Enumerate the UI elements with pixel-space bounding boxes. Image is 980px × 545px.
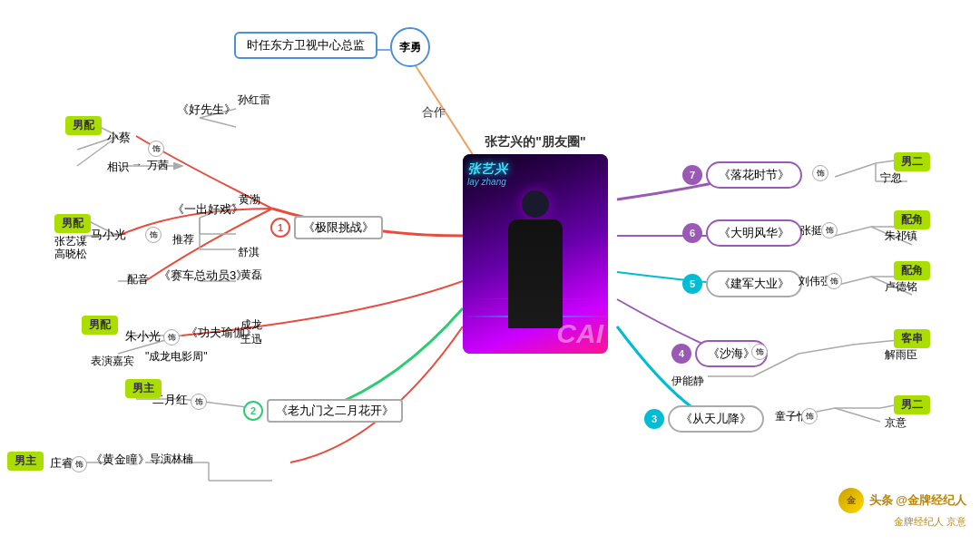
zhu-qizhen: 朱祁镇 bbox=[885, 229, 917, 244]
work-3-node: 3 《从天儿降》 bbox=[644, 405, 764, 433]
gold-medal-icon: 金 bbox=[838, 488, 864, 513]
number-6: 6 bbox=[682, 223, 702, 243]
work-5-node: 5 《建军大业》 bbox=[682, 270, 802, 297]
work-1-label: 《极限挑战》 bbox=[294, 216, 383, 239]
work-6-label: 《大明风华》 bbox=[706, 219, 802, 247]
work-3-role-tag: 男二 bbox=[894, 395, 930, 414]
act-circle-1: 饰 bbox=[148, 141, 164, 157]
act-circle-7: 饰 bbox=[812, 165, 828, 181]
xiao-cai-tag: 男配 bbox=[65, 116, 102, 135]
ning-hu: 宁忽 bbox=[880, 170, 902, 186]
number-7: 7 bbox=[682, 165, 702, 185]
svg-line-42 bbox=[835, 408, 880, 422]
svg-line-35 bbox=[799, 345, 853, 354]
performer-label: 表演嘉宾 bbox=[91, 354, 134, 369]
recommend-label: 推荐 bbox=[172, 232, 194, 248]
director-lin: 导演林楠 bbox=[150, 452, 193, 467]
acquaintance-label: 相识 bbox=[107, 160, 129, 175]
arrow-right: → bbox=[132, 158, 142, 170]
act-circle-2: 饰 bbox=[145, 227, 162, 243]
act-circle-erh: 饰 bbox=[191, 394, 207, 410]
center-image: 张艺兴 lay zhang CAI bbox=[463, 154, 608, 354]
li-yong-node: 李勇 bbox=[390, 27, 430, 67]
top-role-label: 时任东方卫视中心总监 bbox=[247, 38, 365, 52]
zhuang-tag: 男主 bbox=[7, 452, 44, 471]
lu-deming: 卢德铭 bbox=[885, 279, 917, 295]
work-racing: 《赛车总动员3》 bbox=[159, 268, 248, 284]
wan-xi: 万茜 bbox=[147, 158, 169, 173]
work-yichu: 《一出好戏》 bbox=[172, 201, 243, 218]
work-5-role-tag: 配角 bbox=[894, 261, 930, 280]
watermark-sub: 金牌经纪人 京意 bbox=[894, 515, 966, 529]
li-yong-circle: 李勇 bbox=[390, 27, 430, 67]
watermark-area: 金 头条 @金牌经纪人 金牌经纪人 京意 bbox=[838, 488, 966, 529]
work-2-node: 2 《老九门之二月花开》 bbox=[243, 399, 403, 423]
yi-nengjing: 伊能静 bbox=[671, 374, 704, 389]
ma-xiaoguang: 马小光 bbox=[91, 227, 126, 243]
work-3-label: 《从天儿降》 bbox=[668, 405, 764, 433]
image-overlay-text: 张艺兴 bbox=[467, 161, 508, 178]
jing-yi-3: 京意 bbox=[885, 415, 906, 431]
work-6-node: 6 《大明风华》 bbox=[682, 219, 802, 247]
act-circle-3: 饰 bbox=[801, 408, 818, 424]
li-yong-label: 李勇 bbox=[399, 40, 421, 55]
number-4: 4 bbox=[671, 344, 691, 364]
watermark-main: 头条 @金牌经纪人 bbox=[869, 492, 966, 509]
act-circle-zhu: 饰 bbox=[163, 329, 180, 345]
cai-watermark: CAI bbox=[556, 318, 603, 349]
work-7-label: 《落花时节》 bbox=[706, 161, 802, 189]
zhu-xiaoguang: 朱小光 bbox=[125, 328, 161, 345]
huang-lei: 黄磊 bbox=[240, 268, 262, 283]
xie-yuchen: 解雨臣 bbox=[885, 347, 917, 363]
number-1: 1 bbox=[270, 218, 290, 238]
mind-map: 李勇 时任东方卫视中心总监 合作 张艺兴 lay zhang CAI 张 bbox=[0, 0, 980, 545]
wang-xun: 王迅 bbox=[240, 332, 262, 347]
work-1-node: 1 《极限挑战》 bbox=[270, 216, 383, 239]
shu-qi: 舒淇 bbox=[238, 245, 260, 260]
collaboration-label: 合作 bbox=[422, 104, 446, 121]
work-huangjin: 《黄金瞳》 bbox=[91, 452, 150, 468]
act-circle-zhuang: 饰 bbox=[71, 456, 87, 472]
svg-line-25 bbox=[835, 163, 876, 177]
act-circle-6: 饰 bbox=[821, 222, 838, 238]
cheng-long: 成龙 bbox=[240, 317, 262, 333]
work-4-role-tag: 客串 bbox=[894, 329, 930, 348]
movie-week: "成龙电影周" bbox=[145, 349, 208, 365]
number-5: 5 bbox=[682, 274, 702, 294]
svg-line-29 bbox=[835, 227, 871, 236]
ma-tag: 男配 bbox=[54, 214, 91, 233]
zhu-tag: 男配 bbox=[82, 316, 118, 335]
number-2: 2 bbox=[243, 401, 263, 421]
svg-line-6 bbox=[200, 118, 236, 127]
number-3: 3 bbox=[644, 409, 664, 429]
act-circle-4: 饰 bbox=[751, 344, 768, 360]
huang-bo: 黄渤 bbox=[239, 192, 260, 208]
gao-xiaosong: 高晓松 bbox=[54, 247, 87, 262]
work-haoxiansheng: 《好先生》 bbox=[177, 102, 236, 118]
work-5-label: 《建军大业》 bbox=[706, 270, 802, 297]
work-2-label: 《老九门之二月花开》 bbox=[267, 399, 403, 423]
center-title: 张艺兴的"朋友圈" bbox=[463, 134, 608, 151]
dubbing-label: 配音 bbox=[127, 272, 149, 287]
work-7-node: 7 《落花时节》 bbox=[682, 161, 802, 189]
svg-line-36 bbox=[853, 340, 898, 345]
top-role-box: 时任东方卫视中心总监 bbox=[234, 32, 377, 59]
work-6-role-tag: 配角 bbox=[894, 210, 930, 229]
sun-honglei: 孙红雷 bbox=[238, 92, 270, 108]
xiao-cai: 小蔡 bbox=[107, 130, 131, 146]
zhang-ting: 张挺 bbox=[800, 223, 822, 238]
work-7-role-tag: 男二 bbox=[894, 152, 930, 171]
act-circle-5: 饰 bbox=[826, 273, 842, 289]
erh-tag: 男主 bbox=[125, 379, 162, 398]
